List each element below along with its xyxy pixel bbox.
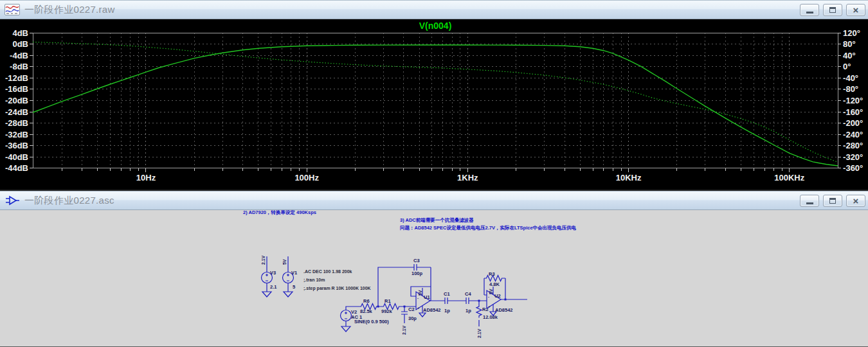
component-value: 100p [411,271,423,276]
component-name: V1 [291,270,297,276]
svg-text:0°: 0° [843,62,851,71]
plot-grid [33,33,838,168]
phase-axis-labels: 120°80°40°0°-40°-80°-120°-160°-200°-240°… [843,28,863,174]
restore-button[interactable] [823,4,842,16]
svg-text:10Hz: 10Hz [136,173,156,182]
minimize-icon [806,12,813,13]
minimize-button[interactable] [800,195,819,207]
component-name: R1 [384,298,391,304]
svg-text:-80°: -80° [843,84,858,94]
component-name: U2 [494,293,501,299]
svg-text:-160°: -160° [843,107,863,117]
component-value: 5 [293,284,295,290]
schematic-canvas[interactable]: 2) AD7920，转换率设定 490Ksps 3) ADC前端需要一个抗混叠滤… [0,210,868,346]
svg-text:-8dB: -8dB [10,62,28,71]
bode-plot[interactable]: 4dB0dB-4dB-8dB-12dB-16dB-20dB-24dB-28dB-… [0,19,868,190]
net-label: 5V [282,259,287,265]
waveform-window: 一阶段作业0227.raw × 4dB0dB-4dB-8dB-12dB-16dB… [0,0,868,191]
voltage-source-V3[interactable]: V3 2.1 2.1V [261,255,276,297]
svg-text:-320°: -320° [843,152,863,162]
db-axis-labels: 4dB0dB-4dB-8dB-12dB-16dB-20dB-24dB-28dB-… [5,28,28,174]
schematic-file-icon [5,195,20,206]
component-name: C1 [444,291,450,297]
noninverting-input-mark: + [417,306,420,310]
minimize-icon [806,202,813,204]
annotation-3: 问题：AD8542 SPEC设定最低供电电压2.7V，实际在LTSpice中会出… [400,225,577,231]
frequency-axis-labels: 10Hz100Hz1KHz10KHz100KHz [136,173,805,182]
waveform-plot-area[interactable]: 4dB0dB-4dB-8dB-12dB-16dB-20dB-24dB-28dB-… [0,19,868,190]
directive-ac[interactable]: .AC DEC 100 1.98 200k [303,269,352,274]
waveform-file-icon [5,4,20,15]
component-name: R6 [363,298,370,304]
component-value: AD8542 [495,307,513,313]
svg-text:-40dB: -40dB [5,152,28,162]
component-value: 82.5k [360,308,373,314]
component-value: 992k [381,308,393,314]
close-button[interactable]: × [846,195,865,207]
junction-dot [505,299,507,301]
svg-text:-44dB: -44dB [5,163,28,173]
schematic-drawing[interactable]: 2) AD7920，转换率设定 490Ksps 3) ADC前端需要一个抗混叠滤… [0,210,868,346]
close-icon: × [853,5,859,15]
resistor-R6[interactable]: R6 82.5k [359,298,378,314]
supply-net-label: 5V [418,290,422,296]
component-value: 4.8K [489,281,500,287]
opamp-U1[interactable]: - + U1 AD8542 5V [411,287,441,317]
restore-icon [829,198,836,204]
svg-text:4dB: 4dB [12,28,28,38]
restore-button[interactable] [823,195,842,207]
output-wire[interactable] [501,299,527,301]
waveform-window-title: 一阶段作业0227.raw [24,4,796,16]
directive-step[interactable]: ;.step param R 10K 1000K 100K [303,286,371,291]
svg-text:-36dB: -36dB [5,141,28,150]
minimize-button[interactable] [800,4,819,16]
axis-ticks [30,33,841,172]
component-value: 30p [408,316,417,321]
svg-text:100Hz: 100Hz [294,173,319,182]
svg-text:-28dB: -28dB [5,118,28,128]
opamp-U2[interactable]: - + U2 AD8542 5V [487,287,513,316]
close-button[interactable]: × [846,4,865,16]
supply-net-label: 5V [489,289,493,294]
directive-tran[interactable]: ;.tran 10m [303,278,325,283]
svg-text:-20dB: -20dB [5,96,28,105]
component-value: 1p [466,308,471,314]
resistor-R2[interactable]: R2 12.08k 2.1V [476,300,498,339]
svg-text:-12dB: -12dB [5,73,28,83]
schematic-window-title: 一阶段作业0227.asc [24,195,796,207]
net-label: 2.1V [477,328,482,338]
component-name: R3 [489,271,495,277]
close-icon: × [853,196,859,206]
magnitude-trace[interactable] [33,45,838,166]
component-value: 12.08k [483,314,498,320]
component-name: C3 [413,258,420,263]
restore-icon [829,7,836,13]
trace-legend[interactable]: V(n004) [419,21,452,31]
component-name: V3 [270,270,276,276]
svg-text:-360°: -360° [843,163,863,173]
component-name: C2 [408,307,415,312]
svg-text:-16dB: -16dB [5,84,28,94]
svg-text:-240°: -240° [843,130,863,139]
svg-text:120°: 120° [843,28,860,38]
svg-text:0dB: 0dB [12,39,28,49]
svg-text:40°: 40° [843,51,856,60]
net-label: 2.1V [402,325,406,335]
svg-text:1KHz: 1KHz [457,173,478,182]
inverting-input-mark: - [417,296,419,300]
capacitor-C2[interactable]: C2 30p 2.1V [401,306,417,335]
component-value: 1p [444,308,450,314]
voltage-source-V1[interactable]: V1 5 5V [282,256,297,297]
phase-trace[interactable] [33,42,838,162]
svg-text:-120°: -120° [843,96,863,105]
svg-text:-4dB: -4dB [10,51,28,60]
waveform-window-titlebar[interactable]: 一阶段作业0227.raw × [0,0,868,19]
svg-text:-280°: -280° [843,141,863,150]
svg-text:-24dB: -24dB [5,107,28,117]
svg-text:-200°: -200° [843,118,863,128]
component-name: C4 [465,291,471,297]
svg-text:-40°: -40° [843,73,858,83]
schematic-window-titlebar[interactable]: 一阶段作业0227.asc × [0,191,868,210]
net-label: 2.1V [261,255,266,265]
component-value: AD8542 [423,307,441,313]
